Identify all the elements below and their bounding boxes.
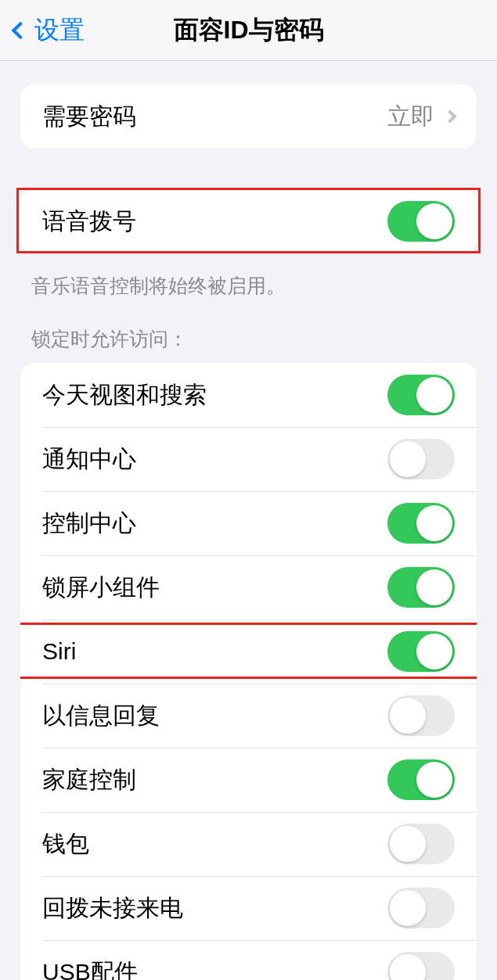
group-voice-dial: 语音拨号 [20, 189, 477, 253]
row-require-password[interactable]: 需要密码 立即 [20, 84, 477, 149]
require-password-value: 立即 [387, 101, 455, 133]
control-center-label: 控制中心 [42, 508, 136, 540]
voice-dial-label: 语音拨号 [42, 206, 136, 238]
row-voice-dial: 语音拨号 [20, 189, 477, 253]
group-lock-access: 今天视图和搜索 通知中心 控制中心 锁屏小组件 Siri 以信息回复 家庭控制 [20, 363, 477, 980]
siri-toggle[interactable] [387, 631, 455, 672]
reply-message-label: 以信息回复 [42, 700, 160, 732]
home-control-toggle[interactable] [387, 759, 455, 800]
toggle-knob [416, 203, 452, 239]
content: 需要密码 立即 语音拨号 音乐语音控制将始终被启用。 锁定时允许访问： 今天视图… [0, 84, 497, 980]
group-require-password: 需要密码 立即 [20, 84, 477, 149]
reply-message-toggle[interactable] [387, 695, 455, 736]
header-bar: 设置 面容ID与密码 [0, 0, 497, 61]
row-home-control: 家庭控制 [20, 748, 477, 812]
home-control-label: 家庭控制 [42, 764, 136, 796]
row-control-center: 控制中心 [20, 491, 477, 555]
section-header-lock-access: 锁定时允许访问： [0, 300, 497, 352]
notification-center-label: 通知中心 [42, 443, 136, 476]
row-usb-accessories: USB配件 [20, 940, 477, 980]
usb-accessories-toggle[interactable] [387, 952, 455, 980]
back-label: 设置 [34, 13, 85, 48]
page-title: 面容ID与密码 [174, 13, 324, 48]
row-today-search: 今天视图和搜索 [20, 363, 477, 427]
return-missed-call-label: 回拨未接来电 [42, 892, 183, 924]
control-center-toggle[interactable] [387, 503, 455, 544]
require-password-label: 需要密码 [42, 101, 136, 133]
row-notification-center: 通知中心 [20, 427, 477, 491]
highlight-voice-dial: 语音拨号 [20, 189, 477, 263]
siri-label: Siri [42, 638, 76, 665]
return-missed-call-toggle[interactable] [387, 888, 455, 928]
notification-center-toggle[interactable] [387, 439, 455, 479]
wallet-label: 钱包 [42, 828, 89, 860]
lock-widgets-toggle[interactable] [387, 567, 455, 608]
voice-dial-toggle[interactable] [387, 201, 455, 242]
row-return-missed-call: 回拨未接来电 [20, 876, 477, 940]
today-search-toggle[interactable] [387, 375, 455, 415]
row-wallet: 钱包 [20, 812, 477, 876]
back-button[interactable]: 设置 [5, 13, 85, 48]
chevron-left-icon [12, 21, 30, 39]
row-siri: Siri [20, 619, 477, 684]
usb-accessories-label: USB配件 [42, 957, 138, 981]
chevron-right-icon [444, 110, 457, 124]
lock-widgets-label: 锁屏小组件 [42, 572, 160, 604]
row-lock-widgets: 锁屏小组件 [20, 555, 477, 619]
voice-dial-footer: 音乐语音控制将始终被启用。 [0, 263, 497, 300]
wallet-toggle[interactable] [387, 824, 455, 864]
today-search-label: 今天视图和搜索 [42, 379, 207, 411]
row-reply-message: 以信息回复 [20, 684, 477, 748]
